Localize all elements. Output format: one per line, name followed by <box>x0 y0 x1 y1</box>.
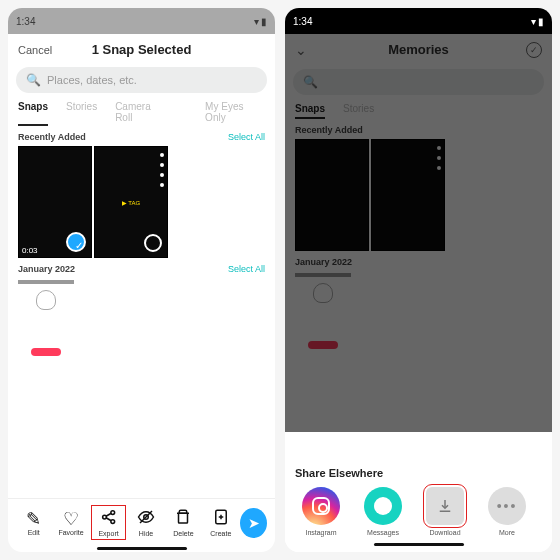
thumbnail-row <box>285 139 552 251</box>
snap-thumbnail-january[interactable] <box>18 280 74 364</box>
home-indicator <box>295 542 542 548</box>
red-pill-icon <box>308 341 338 349</box>
status-bar: 1:34 ▾ ▮ <box>8 8 275 34</box>
selection-title: 1 Snap Selected <box>92 42 192 57</box>
search-placeholder: Places, dates, etc. <box>47 74 137 86</box>
tab-stories[interactable]: Stories <box>66 101 97 126</box>
thumbnail-row: 0:03 ▶ TAG <box>8 146 275 258</box>
create-icon <box>212 508 230 530</box>
share-messages[interactable]: Messages <box>357 487 409 536</box>
snap-thumbnail-2[interactable]: ▶ TAG <box>94 146 168 258</box>
tab-snaps[interactable]: Snaps <box>295 103 325 119</box>
section-recently-added: Recently Added <box>285 119 552 139</box>
selection-header: Cancel 1 Snap Selected <box>8 34 275 63</box>
tab-stories[interactable]: Stories <box>343 103 374 119</box>
select-all-button[interactable]: Select All <box>228 132 265 142</box>
search-input[interactable]: 🔍 <box>293 69 544 95</box>
heart-icon: ♡ <box>63 509 79 529</box>
search-input[interactable]: 🔍 Places, dates, etc. <box>16 67 267 93</box>
select-mode-icon[interactable]: ✓ <box>526 42 542 58</box>
select-all-button[interactable]: Select All <box>228 264 265 274</box>
battery-icon: ▮ <box>538 16 544 27</box>
home-indicator <box>8 546 275 552</box>
snap-thumbnail-1[interactable] <box>295 139 369 251</box>
category-tabs: Snaps Stories <box>285 99 552 119</box>
send-arrow-icon: ➤ <box>248 515 260 531</box>
share-options-row: Instagram Messages Download ••• More <box>295 487 542 536</box>
phone-left: 1:34 ▾ ▮ Cancel 1 Snap Selected 🔍 Places… <box>8 8 275 552</box>
tab-snaps[interactable]: Snaps <box>18 101 48 126</box>
status-icons: ▾ ▮ <box>254 16 267 27</box>
favorite-button[interactable]: ♡ Favorite <box>53 509 88 536</box>
share-instagram[interactable]: Instagram <box>295 487 347 536</box>
trash-icon <box>174 508 192 530</box>
memories-header: ⌄ Memories ✓ <box>285 34 552 65</box>
ghost-icon <box>36 290 56 310</box>
section-recently-added: Recently Added Select All <box>8 126 275 146</box>
share-download[interactable]: Download <box>419 487 471 536</box>
svg-line-4 <box>106 518 111 521</box>
status-time: 1:34 <box>293 16 312 27</box>
search-icon: 🔍 <box>26 73 41 87</box>
snap-thumbnail-1[interactable]: 0:03 <box>18 146 92 258</box>
battery-icon: ▮ <box>261 16 267 27</box>
bottom-toolbar: ✎ Edit ♡ Favorite Export Hide Delete <box>8 498 275 546</box>
instagram-icon <box>302 487 340 525</box>
pencil-icon: ✎ <box>26 509 41 529</box>
ghost-icon <box>313 283 333 303</box>
duration-label: 0:03 <box>22 246 38 255</box>
section-january: January 2022 <box>285 251 552 271</box>
download-icon <box>426 487 464 525</box>
tab-my-eyes-only[interactable]: My Eyes Only <box>205 101 265 126</box>
tab-camera-roll[interactable]: Camera Roll <box>115 101 169 126</box>
share-sheet: Share Elsewhere Instagram Messages Downl… <box>285 457 552 552</box>
edit-button[interactable]: ✎ Edit <box>16 509 51 536</box>
snap-center-label: ▶ TAG <box>122 199 140 206</box>
share-icon <box>100 508 118 530</box>
wifi-icon: ▾ <box>531 16 536 27</box>
more-icon: ••• <box>488 487 526 525</box>
selection-ring-icon <box>144 234 162 252</box>
memories-title: Memories <box>388 42 449 57</box>
export-button[interactable]: Export <box>91 505 127 540</box>
status-bar: 1:34 ▾ ▮ <box>285 8 552 34</box>
share-sheet-title: Share Elsewhere <box>295 467 542 479</box>
section-january: January 2022 Select All <box>8 258 275 278</box>
create-button[interactable]: Create <box>203 508 238 537</box>
delete-button[interactable]: Delete <box>166 508 201 537</box>
cancel-button[interactable]: Cancel <box>18 44 52 56</box>
snap-thumbnail-january[interactable] <box>295 273 351 357</box>
snap-thumbnail-2[interactable] <box>371 139 445 251</box>
share-more[interactable]: ••• More <box>481 487 533 536</box>
red-pill-icon <box>31 348 61 356</box>
svg-rect-7 <box>179 513 188 523</box>
hide-button[interactable]: Hide <box>128 508 163 537</box>
status-time: 1:34 <box>16 16 35 27</box>
status-icons: ▾ ▮ <box>531 16 544 27</box>
svg-line-3 <box>106 513 111 516</box>
section-label: Recently Added <box>18 132 86 142</box>
snap-indicator-dots <box>160 153 164 187</box>
section-label: January 2022 <box>18 264 75 274</box>
messages-icon <box>364 487 402 525</box>
phone-right: 1:34 ▾ ▮ ⌄ Memories ✓ 🔍 Snaps Stories Re… <box>285 8 552 552</box>
search-icon: 🔍 <box>303 75 318 89</box>
wifi-icon: ▾ <box>254 16 259 27</box>
chevron-down-icon[interactable]: ⌄ <box>295 42 307 58</box>
send-button[interactable]: ➤ <box>240 508 267 538</box>
category-tabs: Snaps Stories Camera Roll My Eyes Only <box>8 97 275 126</box>
eye-off-icon <box>137 508 155 530</box>
